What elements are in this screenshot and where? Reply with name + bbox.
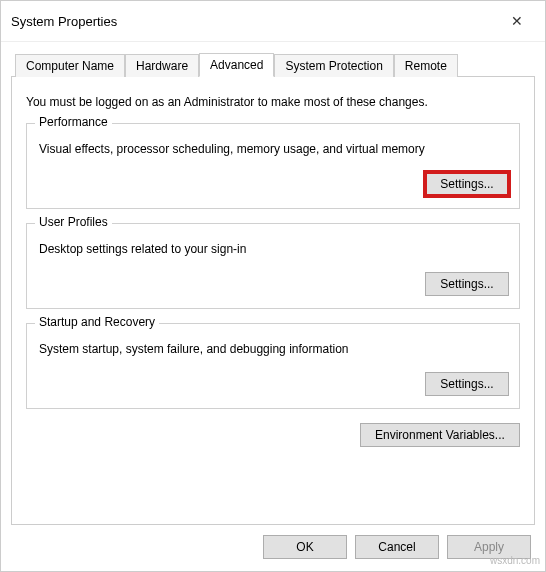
performance-desc: Visual effects, processor scheduling, me… xyxy=(39,142,509,156)
tab-computer-name[interactable]: Computer Name xyxy=(15,54,125,77)
tab-advanced[interactable]: Advanced xyxy=(199,53,274,77)
watermark: wsxdn.com xyxy=(490,555,540,566)
system-properties-window: System Properties ✕ Computer Name Hardwa… xyxy=(0,0,546,572)
tab-remote[interactable]: Remote xyxy=(394,54,458,77)
titlebar: System Properties ✕ xyxy=(1,1,545,42)
tab-hardware[interactable]: Hardware xyxy=(125,54,199,77)
user-profiles-legend: User Profiles xyxy=(35,215,112,229)
close-button[interactable]: ✕ xyxy=(497,7,537,35)
dialog-button-row: OK Cancel Apply xyxy=(1,525,545,571)
group-startup-recovery: Startup and Recovery System startup, sys… xyxy=(26,323,520,409)
startup-recovery-legend: Startup and Recovery xyxy=(35,315,159,329)
group-performance: Performance Visual effects, processor sc… xyxy=(26,123,520,209)
environment-variables-button[interactable]: Environment Variables... xyxy=(360,423,520,447)
performance-settings-button[interactable]: Settings... xyxy=(425,172,509,196)
startup-recovery-desc: System startup, system failure, and debu… xyxy=(39,342,509,356)
window-title: System Properties xyxy=(11,14,117,29)
group-user-profiles: User Profiles Desktop settings related t… xyxy=(26,223,520,309)
cancel-button[interactable]: Cancel xyxy=(355,535,439,559)
tab-strip: Computer Name Hardware Advanced System P… xyxy=(11,52,535,77)
content-area: Computer Name Hardware Advanced System P… xyxy=(1,42,545,525)
tab-system-protection[interactable]: System Protection xyxy=(274,54,393,77)
startup-recovery-settings-button[interactable]: Settings... xyxy=(425,372,509,396)
ok-button[interactable]: OK xyxy=(263,535,347,559)
admin-notice: You must be logged on as an Administrato… xyxy=(26,95,520,109)
tab-page-advanced: You must be logged on as an Administrato… xyxy=(11,77,535,525)
user-profiles-settings-button[interactable]: Settings... xyxy=(425,272,509,296)
close-icon: ✕ xyxy=(511,13,523,29)
user-profiles-desc: Desktop settings related to your sign-in xyxy=(39,242,509,256)
performance-legend: Performance xyxy=(35,115,112,129)
